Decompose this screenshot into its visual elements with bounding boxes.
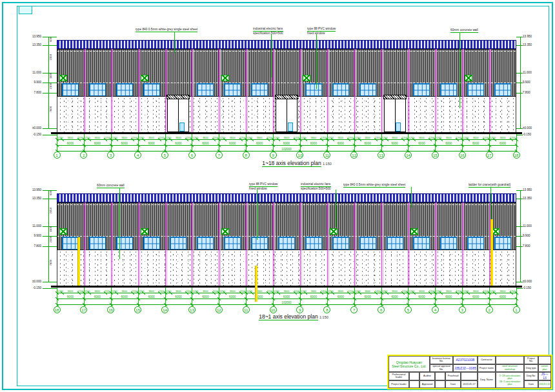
sub-dim-value: 3600 [473,289,479,293]
sub-dim-value: 1200 [105,289,110,293]
column-axis-line [192,49,192,132]
project-no-value [538,356,551,364]
sub-dim-value: 3600 [203,136,208,139]
bay-dimension-label: 6000 [57,142,84,146]
sub-dimension-labels: 120036001200 [489,136,516,139]
column-axis-line [192,202,192,286]
annotation-text: type 88 PVC windowfixed window [307,27,336,35]
bay-dimension-label: 6000 [327,142,354,146]
parapet-corrugated-band [57,193,516,202]
sub-dimension-labels: 120036001200 [246,289,273,293]
level-tick-right [516,199,523,199]
axis-bubble: 11 [243,306,250,313]
sub-dim-value: 1200 [436,289,441,293]
column-axis-line [165,202,166,286]
bay-dimension-label: 6000 [219,295,246,299]
column-axis-line [84,49,85,132]
sub-dim-value: 1200 [267,136,272,139]
column-axis-line-secondary [356,49,356,132]
column-axis-line-secondary [166,49,167,132]
sub-dim-value: 1200 [490,289,496,293]
sub-dimension-labels: 120036001200 [165,136,192,139]
axis-bubble: 14 [405,152,412,159]
sub-dim-value: 1200 [436,136,441,139]
annotation-text: type 840 0.5mm white-grey single steel s… [343,183,405,188]
exhaust-fan-icon [59,75,67,81]
sub-dim-value: 1200 [409,136,414,139]
window [278,237,295,250]
sub-dimension-labels: 120036001200 [273,136,300,139]
ladder [77,237,80,286]
axis-bubble: 15 [432,152,439,159]
project-name-value: steel structure workshop [496,364,524,373]
sub-dim-value: 3600 [121,136,127,139]
elevation-title-1-text: 1~18 axis elevation plan [262,160,321,167]
column-axis-line [354,49,355,132]
column-axis-line-secondary [247,49,248,132]
level-label-left: 9.900 [23,81,41,84]
column-axis-line [111,49,112,132]
personnel-door [288,122,293,132]
project-no-label: Project No. [524,356,538,364]
column-axis-line-secondary [193,49,194,132]
column-axis-line-secondary [490,49,491,132]
axis-extension-line [516,134,517,152]
sub-dimension-labels: 120036001200 [327,289,354,293]
window [197,83,214,96]
level-label-right: 7.800 [523,244,541,248]
side-dimension-value: 600 [50,191,53,195]
column-axis-line-secondary [85,49,86,132]
annotation-line: 60mm concrete wall [97,184,125,188]
column-axis-line-secondary [166,202,167,286]
total-dimension-label: 102000 [274,301,299,305]
door-leaf-line [178,99,179,132]
axis-bubble: 16 [459,152,466,159]
window [116,83,133,96]
exhaust-fan-icon [141,75,148,81]
bay-dimension-label: 6000 [246,295,273,299]
sub-dimension-labels: 120036001200 [219,136,246,139]
level-label-right: 13.350 [523,43,541,46]
sub-dim-value: 3600 [338,136,343,139]
side-dimension-value: 2100 [50,237,53,242]
sub-dim-value: 1200 [132,136,137,139]
column-axis-line [381,202,382,286]
date-value: 2013.5.12 [538,380,551,389]
exhaust-fan-icon [330,228,338,235]
side-dimension-value: 2100 [50,83,53,89]
level-label-right: ±0.000 [523,126,541,130]
sub-dimension-labels: 120036001200 [462,289,489,293]
axis-bubble: 3 [459,306,466,313]
axis-bubble: 17 [486,152,493,159]
axis-bubble: 1 [54,152,61,159]
window [440,237,457,250]
column-axis-line-secondary [436,49,437,132]
personnel-door [179,122,185,132]
annotation-line: type 840 0.5mm white-grey single steel s… [343,183,405,188]
level-tick-right [516,226,523,227]
bay-dimension-label: 6000 [192,142,219,146]
column-axis-line [462,202,463,286]
personnel-door [396,122,401,132]
sub-dimension-labels: 120036001200 [165,289,192,293]
level-tick-right [516,282,523,282]
annotation-leader-line [271,34,272,77]
bay-dimension-label: 6000 [327,295,354,299]
column-axis-line [165,49,166,132]
window [251,83,268,96]
level-tick-right [516,37,523,37]
sub-dim-value: 1200 [274,136,279,139]
ladder [255,266,257,302]
sub-dim-value: 3600 [94,289,100,293]
column-axis-line [219,49,219,132]
axis-bubble: 12 [216,306,223,313]
concrete-lower-wall [57,250,516,286]
level-label-right: 9.900 [523,81,541,84]
sub-dim-value: 1200 [456,136,461,139]
column-axis-line [273,202,274,286]
level-label-right: 11.000 [523,224,541,228]
window [413,237,430,250]
column-axis-line [381,49,382,132]
exhaust-fan-icon [141,228,148,235]
sub-dim-value: 1200 [490,136,496,139]
